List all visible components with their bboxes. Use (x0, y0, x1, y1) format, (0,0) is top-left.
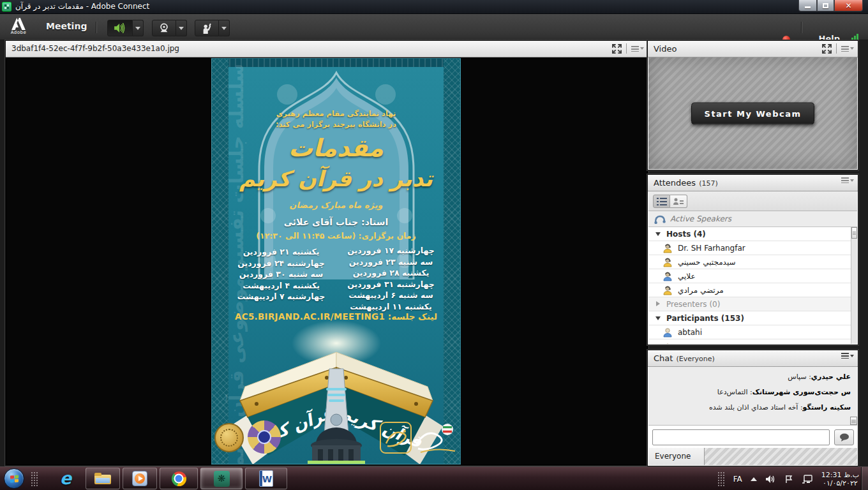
attendees-scrollbar[interactable] (851, 227, 857, 344)
attendees-list: Hosts (4) Dr. SH Farhangfar سيدمجتبي حسي… (648, 227, 857, 344)
window-controls: ✕ (798, 0, 863, 11)
adobe-connect-icon: ❋ (214, 471, 230, 487)
attendee-row-host[interactable]: سيدمجتبي حسيني (648, 255, 857, 269)
chat-input[interactable] (652, 429, 830, 445)
hidden-icons-chevron[interactable] (751, 477, 757, 481)
share-image-pod: 3dbaf1f4-52ec-4f7f-9b2f-50a3e433e1a0.jpg… (5, 40, 648, 466)
audio-control-group (107, 20, 144, 36)
tab-everyone[interactable]: Everyone (648, 448, 705, 465)
date-item: یکشنبه ۲۱ فروردین (228, 246, 334, 258)
word-icon: W (259, 470, 273, 487)
host-user-icon (662, 243, 673, 253)
chat-sender: علي حيدري (811, 373, 851, 381)
hosts-header-label: Hosts (4) (666, 230, 706, 239)
chat-send-button[interactable] (834, 429, 854, 445)
poster-instructor: استاد: جناب آقای علائی (231, 217, 441, 227)
language-indicator[interactable]: FA (733, 475, 742, 484)
pod-menu-icon[interactable] (841, 46, 854, 52)
chrome-button[interactable] (160, 468, 198, 489)
attendee-row-partial[interactable] (648, 339, 857, 344)
attendee-name: علايي (678, 272, 696, 281)
video-pod: Video Start My Webcam (647, 40, 858, 170)
pod-menu-icon[interactable] (841, 177, 854, 183)
word-button[interactable]: W (245, 468, 287, 489)
attendee-row-participant[interactable]: abtahi (648, 325, 857, 339)
chat-scope: (Everyone) (676, 355, 714, 363)
header-separator (626, 43, 627, 54)
attendee-name: abtahi (678, 328, 702, 337)
chat-message: س حجت‌ی‌سوری شهرستانک: التماس‌دعا (655, 388, 851, 396)
attendees-count: (157) (699, 179, 718, 188)
clock[interactable]: ب.ظ 12:31 ۰۱/۰۵/۲۰۲۲ (821, 471, 859, 487)
media-player-button[interactable] (123, 468, 157, 489)
chat-text: سپاس (788, 373, 806, 381)
webcam-button[interactable] (152, 20, 176, 36)
date-item: سه شنبه ۲۳ فروردین (338, 256, 444, 268)
action-center-flag-icon[interactable] (784, 475, 793, 484)
fullscreen-icon[interactable] (822, 44, 832, 54)
adobe-connect-app-icon (2, 2, 11, 11)
start-webcam-button[interactable]: Start My Webcam (691, 102, 815, 124)
status-dropdown-button[interactable] (219, 20, 230, 36)
adobe-connect-button[interactable]: ❋ (200, 468, 243, 489)
date-item: چهارشنبه ۷ اردیبهشت (228, 291, 334, 302)
attendee-row-host[interactable]: Dr. SH Farhangfar (648, 241, 857, 255)
poster-dates-column-left: یکشنبه ۲۱ فروردین چهارشنبه ۲۴ فروردین سه… (228, 246, 334, 302)
host-user-icon (662, 285, 673, 295)
video-pod-header: Video (648, 41, 858, 57)
attendee-row-host[interactable]: علايي (648, 269, 857, 283)
attendees-pod-title: Attendees(157) (654, 178, 718, 188)
adobe-logo-icon: Adobe (8, 18, 29, 37)
taskbar-divider-dots (31, 471, 38, 487)
volume-icon[interactable] (765, 475, 776, 484)
participants-section-header[interactable]: Participants (153) (648, 311, 857, 325)
detail-view-button[interactable] (670, 195, 687, 208)
chevron-down-icon (179, 27, 184, 30)
shared-image-filename: 3dbaf1f4-52ec-4f7f-9b2f-50a3e433e1a0.jpg (11, 44, 179, 53)
start-button[interactable] (4, 468, 24, 489)
menu-bar: Adobe Meeting (0, 14, 868, 40)
date-item: یکشنبه ۱۱ اردیبهشت (338, 301, 444, 313)
show-desktop-button[interactable] (861, 467, 868, 490)
date-item: یکشنبه ۲۸ فروردین (338, 267, 444, 279)
header-separator (836, 43, 837, 54)
title-bar: مقدمات تدبر در قرآن - Adobe Connect ✕ (0, 0, 868, 14)
maximize-button[interactable] (817, 0, 834, 11)
fullscreen-icon[interactable] (612, 44, 622, 54)
chat-scrollbar[interactable] (850, 417, 857, 425)
internet-explorer-icon[interactable]: e (55, 469, 77, 488)
presenters-section-header[interactable]: Presenters (0) (648, 297, 857, 311)
attendee-row-host[interactable]: مرتضي مرادي (648, 283, 857, 297)
speaker-dropdown-button[interactable] (133, 20, 144, 36)
scrollbar-thumb[interactable] (851, 227, 857, 239)
raise-hand-icon (201, 23, 213, 34)
poster-date-list: چهارشنبه ۱۷ فروردین سه شنبه ۲۳ فروردین ی… (228, 245, 444, 313)
pod-menu-icon[interactable] (631, 46, 644, 52)
raise-hand-button[interactable] (195, 20, 219, 36)
chat-message-list: علي حيدري: سپاس س حجت‌ی‌سوری شهرستانک: ا… (648, 367, 857, 426)
active-speakers-row[interactable]: Active Speakers (648, 211, 857, 227)
participants-header-label: Participants (153) (666, 314, 744, 323)
webcam-dropdown-button[interactable] (176, 20, 187, 36)
minimize-button[interactable] (798, 0, 817, 11)
minimize-icon (805, 6, 811, 8)
adobe-logo-word: Adobe (8, 30, 29, 35)
poster-logo-row (212, 419, 460, 457)
close-button[interactable]: ✕ (834, 0, 863, 11)
poster-subtitle: ویژه ماه مبارک رمضان (231, 200, 441, 210)
chat-pod: Chat(Everyone) علي حيدري: سپاس س حجت‌ی‌س… (647, 350, 858, 466)
leader-office-logo (414, 422, 459, 455)
poster-title-line2: تدبر در قرآن کریم (231, 166, 441, 191)
gold-emblem-logo (214, 423, 244, 452)
speaker-button[interactable] (107, 20, 133, 36)
network-icon[interactable] (802, 475, 813, 484)
video-pod-body: Start My Webcam (648, 57, 857, 169)
windows-explorer-button[interactable] (86, 468, 120, 489)
menu-item-meeting[interactable]: Meeting (46, 21, 87, 31)
pod-menu-icon[interactable] (841, 353, 854, 359)
hosts-section-header[interactable]: Hosts (4) (648, 227, 857, 241)
date-item: سه شنبه ۳۰ فروردین (228, 269, 334, 280)
status-control-group (195, 20, 230, 36)
media-player-icon (132, 471, 147, 486)
list-view-button[interactable] (653, 195, 670, 208)
